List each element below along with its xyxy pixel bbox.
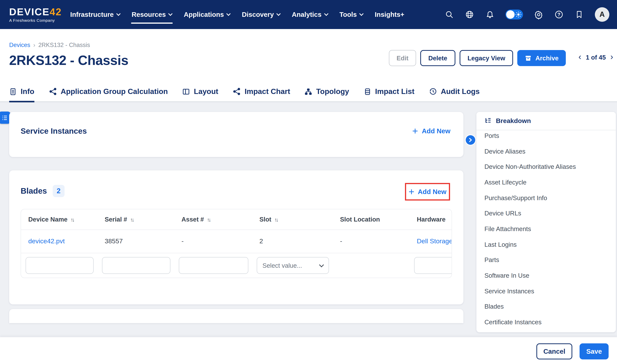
edit-button[interactable]: Edit bbox=[389, 50, 416, 66]
asset-cell: - bbox=[174, 238, 252, 245]
blades-table-header: Device Name↑↓ Serial #↑↓ Asset #↑↓ Slot↑… bbox=[21, 209, 452, 230]
toggle-knob bbox=[506, 10, 515, 19]
slot-location-cell: - bbox=[333, 238, 409, 245]
nav-resources[interactable]: Resources bbox=[131, 0, 172, 29]
user-avatar[interactable]: A bbox=[595, 7, 609, 22]
header-actions: Edit Delete Legacy View Archive bbox=[389, 50, 566, 66]
sort-icon[interactable]: ↑↓ bbox=[70, 216, 74, 222]
filter-device-name-input[interactable] bbox=[26, 257, 94, 274]
search-icon[interactable] bbox=[445, 10, 454, 19]
save-button[interactable]: Save bbox=[579, 343, 609, 359]
table-row: device42.pvt 38557 - 2 - Dell Storage bbox=[21, 230, 452, 253]
navbar-utilities: ? A bbox=[445, 7, 609, 22]
cancel-button[interactable]: Cancel bbox=[536, 343, 572, 359]
tab-layout[interactable]: Layout bbox=[183, 87, 218, 102]
prev-record-icon[interactable]: ‹ bbox=[578, 53, 581, 61]
tab-audit-logs[interactable]: Audit Logs bbox=[429, 87, 480, 102]
tab-topology[interactable]: Topology bbox=[305, 87, 349, 102]
blades-add-new-button-highlighted[interactable]: + Add New bbox=[405, 183, 450, 201]
breakdown-list: Ports Device Aliases Device Non-Authorit… bbox=[476, 128, 616, 330]
next-section-card-partial bbox=[9, 309, 463, 323]
chevron-down-icon bbox=[116, 12, 120, 16]
chevron-down-icon bbox=[226, 12, 231, 16]
breakdown-item-file-attachments[interactable]: File Attachments bbox=[485, 221, 608, 237]
nav-analytics[interactable]: Analytics bbox=[292, 0, 328, 29]
nav-tools[interactable]: Tools bbox=[340, 0, 363, 29]
device42-logo[interactable]: DEVICE42 A Freshworks Company bbox=[9, 7, 62, 22]
list-rows-icon bbox=[364, 88, 371, 95]
nav-infrastructure[interactable]: Infrastructure bbox=[70, 0, 120, 29]
breakdown-item-purchase-support-info[interactable]: Purchase/Support Info bbox=[485, 190, 608, 206]
collapse-panel-button[interactable] bbox=[466, 135, 475, 145]
nav-insights[interactable]: Insights+ bbox=[375, 0, 404, 29]
filter-serial-input[interactable] bbox=[102, 257, 171, 274]
sun-icon bbox=[515, 12, 522, 19]
list-icon bbox=[1, 114, 8, 121]
breadcrumb: Devices › 2RKS132 - Chassis bbox=[9, 42, 90, 49]
tab-impact-list[interactable]: Impact List bbox=[364, 87, 415, 102]
bookmark-icon[interactable] bbox=[575, 10, 584, 19]
settings-gear-icon[interactable] bbox=[534, 10, 543, 19]
page-title: 2RKS132 - Chassis bbox=[9, 53, 128, 68]
breakdown-panel: Breakdown Ports Device Aliases Device No… bbox=[476, 112, 616, 332]
breakdown-item-device-non-authoritative-aliases[interactable]: Device Non-Authoritative Aliases bbox=[485, 159, 608, 175]
serial-cell: 38557 bbox=[97, 238, 174, 245]
breakdown-item-service-instances[interactable]: Service Instances bbox=[485, 283, 608, 299]
breadcrumb-devices-link[interactable]: Devices bbox=[9, 42, 30, 49]
breakdown-item-asset-lifecycle[interactable]: Asset Lifecycle bbox=[485, 175, 608, 190]
globe-icon[interactable] bbox=[465, 10, 474, 19]
legacy-view-button[interactable]: Legacy View bbox=[459, 50, 513, 66]
record-pagination: ‹ 1 of 45 › bbox=[578, 54, 613, 61]
service-instances-title: Service Instances bbox=[21, 126, 87, 136]
breadcrumb-current: 2RKS132 - Chassis bbox=[39, 42, 90, 49]
breakdown-item-software-in-use[interactable]: Software In Use bbox=[485, 268, 608, 283]
blades-table: Device Name↑↓ Serial #↑↓ Asset #↑↓ Slot↑… bbox=[21, 209, 452, 278]
sort-icon[interactable]: ↑↓ bbox=[207, 216, 210, 222]
tab-application-group-calculation[interactable]: Application Group Calculation bbox=[49, 87, 168, 102]
device42-app: DEVICE42 A Freshworks Company Infrastruc… bbox=[0, 0, 617, 364]
blades-card: Blades 2 + Add New Device Name↑↓ Serial … bbox=[9, 170, 463, 304]
network-share-icon bbox=[49, 88, 57, 95]
breakdown-item-device-aliases[interactable]: Device Aliases bbox=[485, 143, 608, 159]
service-instances-add-new-button[interactable]: + Add New bbox=[412, 127, 450, 135]
filter-hardware-input[interactable] bbox=[414, 257, 452, 274]
breadcrumb-separator: › bbox=[33, 42, 35, 49]
sort-icon[interactable]: ↑↓ bbox=[274, 216, 277, 222]
tab-info[interactable]: Info bbox=[9, 87, 34, 102]
logo-tagline: A Freshworks Company bbox=[9, 18, 62, 22]
nav-discovery[interactable]: Discovery bbox=[242, 0, 280, 29]
svg-text:?: ? bbox=[557, 12, 560, 17]
archive-button[interactable]: Archive bbox=[517, 50, 566, 66]
history-clock-icon bbox=[429, 88, 437, 95]
slot-cell: 2 bbox=[252, 238, 333, 245]
breakdown-item-certificate-instances[interactable]: Certificate Instances bbox=[485, 314, 608, 330]
sort-icon[interactable]: ↑↓ bbox=[130, 216, 133, 222]
chevron-down-icon bbox=[168, 12, 173, 16]
archive-icon bbox=[525, 54, 532, 62]
next-record-icon[interactable]: › bbox=[610, 53, 613, 61]
help-icon[interactable]: ? bbox=[554, 10, 564, 19]
theme-toggle[interactable] bbox=[505, 10, 523, 19]
blades-title: Blades bbox=[21, 186, 47, 195]
hardware-link[interactable]: Dell Storage bbox=[409, 238, 452, 245]
device-name-link[interactable]: device42.pvt bbox=[21, 238, 97, 245]
filter-asset-input[interactable] bbox=[179, 257, 248, 274]
page-header: Devices › 2RKS132 - Chassis 2RKS132 - Ch… bbox=[0, 29, 617, 102]
breakdown-item-ports[interactable]: Ports bbox=[485, 128, 608, 143]
breakdown-item-blades[interactable]: Blades bbox=[485, 299, 608, 314]
logo-wordmark: DEVICE42 bbox=[9, 7, 62, 17]
filter-slot-select[interactable]: Select value... bbox=[257, 257, 329, 274]
top-navbar: DEVICE42 A Freshworks Company Infrastruc… bbox=[0, 0, 617, 29]
plus-icon: + bbox=[409, 188, 414, 196]
document-icon bbox=[9, 88, 17, 95]
breakdown-item-last-logins[interactable]: Last Logins bbox=[485, 237, 608, 252]
notifications-bell-icon[interactable] bbox=[485, 10, 494, 19]
topology-sitemap-icon bbox=[305, 88, 312, 95]
nav-applications[interactable]: Applications bbox=[184, 0, 230, 29]
delete-button[interactable]: Delete bbox=[420, 50, 455, 66]
plus-icon: + bbox=[412, 127, 418, 135]
breakdown-item-device-urls[interactable]: Device URLs bbox=[485, 206, 608, 221]
footer-action-bar: Cancel Save bbox=[0, 337, 617, 364]
tab-impact-chart[interactable]: Impact Chart bbox=[233, 87, 290, 102]
breakdown-item-parts[interactable]: Parts bbox=[485, 252, 608, 268]
